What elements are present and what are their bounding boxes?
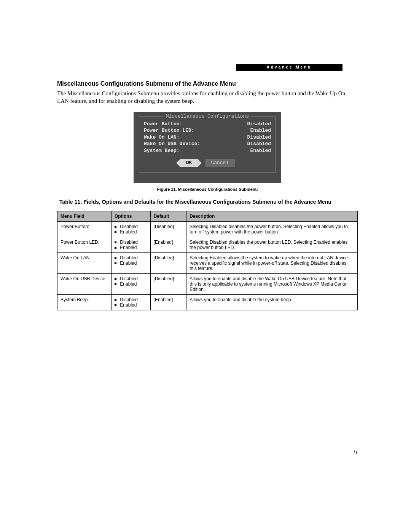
cell-default: [Disabled] [150, 274, 186, 295]
bios-row-wake-on-usb: Wake On USB Device: Disabled [144, 141, 271, 147]
cell-default: [Enabled] [150, 237, 186, 253]
th-menu-field: Menu Field [57, 211, 112, 222]
cell-options: Disabled Enabled [112, 295, 151, 310]
option-item: Enabled [115, 245, 147, 250]
cell-description: Selecting Enabled allows the system to w… [186, 253, 358, 274]
figure-caption: Figure 11. Miscellaneous Configurations … [57, 187, 358, 192]
cell-menu-field: Wake On LAN: [57, 253, 112, 274]
bios-row-power-button-led: Power Button LED: Enabled [144, 127, 271, 134]
cell-options: Disabled Enabled [112, 237, 151, 253]
cell-options: Disabled Enabled [112, 253, 151, 274]
table-row: Wake On LAN: Disabled Enabled[Disabled]S… [57, 253, 358, 274]
page-number: 11 [353, 450, 358, 456]
spec-table: Menu Field Options Default Description P… [57, 211, 358, 310]
bios-label: Power Button: [144, 121, 182, 128]
bios-row-power-button: Power Button: Disabled [144, 121, 271, 128]
th-description: Description [186, 211, 358, 222]
cell-description: Selecting Disabled disables the power bu… [186, 222, 358, 237]
cell-menu-field: Power Button: [57, 222, 112, 237]
top-rule [57, 63, 358, 63]
option-item: Disabled [115, 224, 147, 229]
bios-value: Disabled [247, 121, 271, 128]
bios-value: Enabled [250, 147, 271, 154]
bios-screenshot: Miscellaneous Configurations Power Butto… [134, 112, 281, 184]
bios-value: Disabled [247, 141, 271, 147]
table-row: Wake On USB Device: Disabled Enabled[Dis… [57, 274, 358, 295]
cell-default: [Disabled] [150, 253, 186, 274]
option-item: Enabled [115, 229, 147, 235]
cell-menu-field: System Beep: [57, 295, 112, 310]
option-item: Enabled [115, 260, 147, 266]
option-item: Enabled [115, 281, 147, 287]
table-header-row: Menu Field Options Default Description [57, 211, 358, 222]
cell-menu-field: Power Button LED: [57, 237, 112, 253]
cell-description: Allows you to enable and disable the Wak… [186, 274, 358, 295]
option-item: Disabled [115, 255, 147, 260]
cell-options: Disabled Enabled [112, 222, 151, 237]
cell-options: Disabled Enabled [112, 274, 151, 295]
cell-default: [Enabled] [150, 295, 186, 310]
bios-fieldset: Miscellaneous Configurations Power Butto… [139, 117, 276, 173]
option-item: Disabled [115, 297, 147, 302]
bios-label: System Beep: [144, 147, 180, 154]
table-title: Table 11: Fields, Options and Defaults f… [57, 198, 358, 206]
option-item: Disabled [115, 240, 147, 245]
table-row: Power Button: Disabled Enabled[Disabled]… [57, 222, 358, 237]
option-item: Disabled [115, 276, 147, 281]
option-item: Enabled [115, 302, 147, 308]
bios-label: Power Button LED: [144, 127, 194, 134]
th-default: Default [150, 211, 186, 222]
cancel-button[interactable]: Cancel [205, 159, 235, 167]
header-badge: Advance Menu [236, 64, 342, 71]
th-options: Options [112, 211, 151, 222]
bios-row-system-beep: System Beep: Enabled [144, 147, 271, 154]
section-title: Miscellaneous Configurations Submenu of … [57, 80, 358, 87]
bios-value: Enabled [250, 127, 271, 134]
bios-legend: Miscellaneous Configurations [164, 113, 251, 119]
cell-default: [Disabled] [150, 222, 186, 237]
section-paragraph: The Miscellaneous Configurations Submenu… [57, 89, 358, 105]
table-row: System Beep: Disabled Enabled[Enabled]Al… [57, 295, 358, 310]
table-row: Power Button LED: Disabled Enabled[Enabl… [57, 237, 358, 253]
cell-description: Allows you to enable and disable the sys… [186, 295, 358, 310]
bios-buttons: OK Cancel [144, 159, 271, 167]
bios-label: Wake On USB Device: [144, 141, 200, 147]
bios-label: Wake On LAN: [144, 134, 180, 141]
bios-value: Disabled [247, 134, 271, 141]
ok-button[interactable]: OK [180, 159, 198, 167]
bios-row-wake-on-lan: Wake On LAN: Disabled [144, 134, 271, 141]
cell-menu-field: Wake On USB Device: [57, 274, 112, 295]
document-page: Advance Menu Miscellaneous Configuration… [0, 0, 411, 532]
cell-description: Selecting Disabled disables the power bu… [186, 237, 358, 253]
